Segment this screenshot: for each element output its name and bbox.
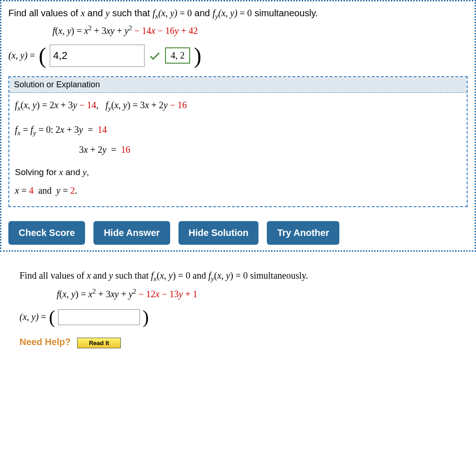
- solution-line: fx = fy = 0: 2x + 3y = 14: [15, 122, 461, 138]
- check-score-button[interactable]: Check Score: [8, 221, 85, 245]
- paren-close: ): [143, 308, 149, 326]
- q1-answer-input[interactable]: [50, 45, 145, 67]
- answer-lhs: (x, y) =: [8, 50, 35, 61]
- help-row: Need Help? Read It: [20, 337, 462, 348]
- try-another-button[interactable]: Try Another: [267, 221, 339, 245]
- prompt-fy: fy(x, y) = 0: [212, 8, 252, 18]
- prompt-end: simultaneously.: [254, 8, 317, 18]
- solution-line: x = 4 and y = 2.: [15, 183, 461, 198]
- read-it-button[interactable]: Read It: [77, 338, 120, 348]
- paren-open: (: [49, 308, 55, 326]
- correct-answer-box: 4, 2: [165, 47, 190, 64]
- prompt-and: and: [194, 8, 212, 18]
- checkmark-icon: [148, 49, 161, 62]
- q1-prompt: Find all values of x and y such that fx(…: [8, 8, 468, 20]
- solution-line: Solving for x and y,: [15, 165, 461, 179]
- solution-heading: Solution or Explanation: [9, 77, 467, 93]
- answer-lhs: (x, y) =: [20, 312, 46, 322]
- question-1-container: Find all values of x and y such that fx(…: [0, 0, 476, 252]
- solution-line: 3x + 2y = 16: [79, 142, 461, 157]
- button-row: Check Score Hide Answer Hide Solution Tr…: [8, 221, 468, 245]
- q2-answer-input[interactable]: [58, 309, 140, 325]
- q2-prompt: Find all values of x and y such that fx(…: [20, 270, 462, 283]
- solution-line: fx(x, y) = 2x + 3y − 14, fy(x, y) = 3x +…: [15, 98, 461, 114]
- solution-box: Solution or Explanation fx(x, y) = 2x + …: [8, 76, 468, 207]
- prompt-text: such that: [112, 8, 152, 18]
- q2-answer-row: (x, y) = ( ): [20, 308, 462, 326]
- q1-function-equation: f(x, y) = x2 + 3xy + y2 − 14x − 16y + 42: [53, 24, 468, 36]
- prompt-vars: x: [81, 8, 85, 18]
- prompt-fx: fx(x, y) = 0: [152, 8, 192, 18]
- hide-answer-button[interactable]: Hide Answer: [93, 221, 170, 245]
- hide-solution-button[interactable]: Hide Solution: [178, 221, 259, 245]
- q2-function-equation: f(x, y) = x2 + 3xy + y2 − 12x − 13y + 1: [57, 287, 462, 300]
- q1-answer-row: (x, y) = ( 4, 2 ): [8, 45, 468, 67]
- need-help-label: Need Help?: [20, 337, 71, 347]
- paren-open: (: [39, 45, 46, 67]
- paren-close: ): [194, 45, 201, 67]
- question-2-container: Find all values of x and y such that fx(…: [0, 266, 476, 358]
- prompt-text: Find all values of: [8, 8, 81, 18]
- solution-body: fx(x, y) = 2x + 3y − 14, fy(x, y) = 3x +…: [9, 93, 467, 206]
